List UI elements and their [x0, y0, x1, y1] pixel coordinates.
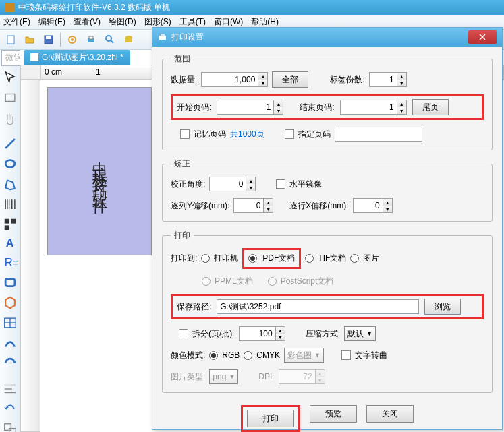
correction-legend: 矫正 [171, 158, 194, 170]
ellipse-tool-icon[interactable] [3, 156, 18, 171]
document-tab[interactable]: G:\测试\图片\3.20.zhl * [24, 50, 130, 65]
menu-draw[interactable]: 绘图(D) [109, 16, 136, 28]
svg-rect-11 [5, 94, 15, 102]
label-copies-input[interactable]: ▲▼ [369, 72, 407, 87]
range-legend: 范围 [171, 53, 194, 65]
start-page-input[interactable]: ▲▼ [217, 100, 283, 115]
browse-button[interactable]: 浏览 [424, 299, 461, 315]
label-copies-label: 标签份数: [330, 74, 364, 86]
hexagon-icon[interactable] [3, 295, 18, 310]
compress-label: 压缩方式: [306, 328, 340, 340]
dialog-icon [158, 32, 167, 42]
menu-window[interactable]: 窗口(W) [214, 16, 243, 28]
label-canvas[interactable]: 中琅标签打印软件 [47, 87, 152, 255]
svg-rect-30 [4, 424, 11, 431]
data-count-label: 数据量: [171, 74, 197, 86]
print-group: 打印 打印到: 打印机 PDF文档 TIF文档 图片 PPML文档 [162, 230, 493, 393]
ppml-radio [202, 277, 211, 286]
image-radio[interactable] [350, 254, 359, 263]
polygon-tool-icon[interactable] [3, 177, 18, 191]
all-button[interactable]: 全部 [272, 71, 308, 88]
postscript-label: PostScript文档 [281, 276, 334, 287]
text-curve-label: 文字转曲 [355, 350, 387, 361]
menu-tool[interactable]: 工具(T) [179, 16, 206, 28]
angle-input[interactable]: ▲▼ [209, 177, 256, 191]
col-y-input[interactable]: ▲▼ [233, 198, 273, 213]
printer-radio[interactable] [201, 254, 210, 263]
hand-icon[interactable] [3, 111, 18, 125]
last-page-button[interactable]: 尾页 [412, 99, 449, 115]
h-mirror-label: 水平镜像 [289, 179, 322, 190]
h-mirror-checkbox[interactable] [276, 179, 285, 189]
app-title-bar: 中琅条码标签打印软件-V6.3.2 数码版 单机 [0, 0, 504, 15]
total-pages: 共1000页 [230, 129, 264, 140]
svg-text:R=: R= [4, 256, 17, 268]
rich-text-icon[interactable]: R= [3, 255, 18, 270]
menu-help[interactable]: 帮助(H) [251, 16, 279, 28]
split-input[interactable]: ▲▼ [239, 326, 285, 341]
correction-group: 矫正 校正角度: ▲▼ 水平镜像 逐列Y偏移(mm): ▲▼ 逐行X偏移(mm)… [162, 158, 493, 222]
pdf-radio[interactable] [248, 254, 257, 263]
save-icon[interactable] [41, 32, 56, 47]
print-to-label: 打印到: [171, 253, 197, 264]
image-label: 图片 [363, 253, 379, 264]
col-y-label: 逐列Y偏移(mm): [171, 200, 229, 212]
svg-rect-6 [89, 36, 93, 39]
rect-tool-icon[interactable] [3, 90, 18, 105]
menu-shape[interactable]: 图形(S) [144, 16, 171, 28]
print-icon[interactable] [84, 32, 99, 47]
pointer-icon[interactable] [3, 70, 18, 85]
table-tool-icon[interactable] [3, 315, 18, 330]
new-doc-icon[interactable] [3, 32, 18, 47]
text-a-icon[interactable]: A [3, 237, 18, 249]
save-path-highlight: 保存路径: 浏览 [171, 294, 484, 319]
print-button[interactable]: 打印 [247, 410, 294, 427]
specify-page-input[interactable] [335, 127, 422, 142]
close-dialog-button[interactable]: 关闭 [366, 405, 414, 423]
data-count-input[interactable]: ▲▼ [201, 72, 268, 87]
doc-tab-label: G:\测试\图片\3.20.zhl * [42, 52, 123, 63]
end-page-input[interactable]: ▲▼ [340, 100, 407, 115]
svg-rect-21 [4, 225, 9, 230]
cmyk-radio[interactable] [244, 351, 252, 360]
ppml-label: PPML文档 [215, 276, 253, 287]
compress-select[interactable]: 默认▼ [344, 326, 376, 341]
split-checkbox[interactable] [179, 329, 188, 338]
rgb-radio[interactable] [209, 351, 218, 360]
preview-button[interactable]: 预览 [310, 405, 357, 423]
menu-view[interactable]: 查看(V) [74, 16, 101, 28]
open-icon[interactable] [22, 32, 37, 47]
align-icon[interactable] [3, 381, 18, 396]
row-x-label: 逐行X偏移(mm): [289, 200, 348, 212]
ruler-vertical [20, 80, 40, 432]
row-x-input[interactable]: ▲▼ [353, 198, 393, 213]
menu-file[interactable]: 文件(E) [3, 16, 30, 28]
angle-label: 校正角度: [171, 179, 205, 190]
database-icon[interactable] [121, 32, 136, 47]
arc-tool-icon[interactable] [3, 356, 18, 371]
zoom-icon[interactable] [103, 32, 117, 47]
close-icon [478, 33, 486, 41]
postscript-radio [268, 277, 277, 286]
dialog-title: 打印设置 [171, 32, 204, 43]
barcode-icon[interactable] [3, 197, 18, 212]
dpi-label: DPI: [258, 372, 274, 381]
settings-icon[interactable] [65, 32, 80, 47]
specify-page-checkbox[interactable] [285, 129, 294, 139]
group-icon[interactable] [3, 422, 18, 432]
curve-tool-icon[interactable] [3, 336, 18, 350]
label-text: 中琅标签打印软件 [90, 150, 110, 193]
close-button[interactable] [468, 30, 497, 44]
image-type-select: png▼ [209, 369, 238, 384]
save-path-input[interactable] [217, 299, 419, 314]
line-tool-icon[interactable] [3, 136, 18, 151]
svg-rect-0 [7, 36, 14, 44]
text-curve-checkbox[interactable] [341, 350, 351, 360]
rotate-icon[interactable] [3, 402, 18, 416]
remember-page-checkbox[interactable] [180, 129, 190, 139]
round-rect-icon[interactable] [3, 275, 18, 290]
tif-radio[interactable] [305, 254, 314, 263]
pdf-label: PDF文档 [262, 253, 295, 264]
qr-icon[interactable] [3, 217, 18, 232]
menu-edit[interactable]: 编辑(E) [38, 16, 65, 28]
